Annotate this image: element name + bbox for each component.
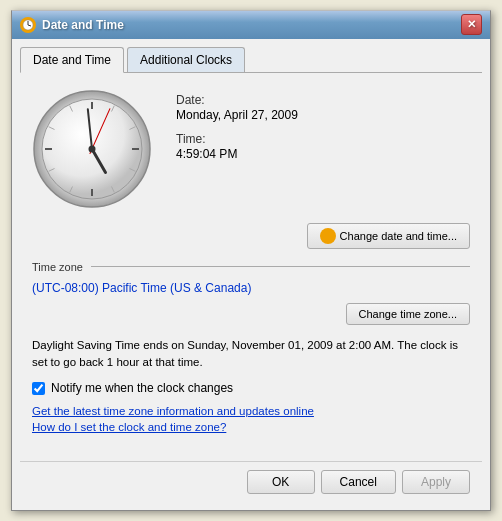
date-label: Date: — [176, 93, 298, 107]
change-timezone-button[interactable]: Change time zone... — [346, 303, 470, 325]
date-value: Monday, April 27, 2009 — [176, 108, 298, 122]
apply-button[interactable]: Apply — [402, 470, 470, 494]
top-section: Date: Monday, April 27, 2009 Time: 4:59:… — [32, 89, 470, 209]
analog-clock — [32, 89, 152, 209]
footer: OK Cancel Apply — [20, 461, 482, 502]
title-bar: Date and Time ✕ — [12, 11, 490, 39]
tab-date-and-time[interactable]: Date and Time — [20, 47, 124, 73]
tab-bar: Date and Time Additional Clocks — [20, 47, 482, 73]
notify-checkbox-label: Notify me when the clock changes — [51, 381, 233, 395]
timezone-section-label: Time zone — [32, 261, 83, 273]
timezone-header: Time zone — [32, 261, 470, 273]
notify-checkbox-row: Notify me when the clock changes — [32, 381, 470, 395]
cancel-button[interactable]: Cancel — [321, 470, 396, 494]
dst-notice: Daylight Saving Time ends on Sunday, Nov… — [32, 337, 470, 372]
links-section: Get the latest time zone information and… — [32, 405, 470, 433]
window-title: Date and Time — [42, 18, 461, 32]
calendar-icon — [320, 228, 336, 244]
change-datetime-section: Change date and time... — [32, 223, 470, 249]
timezone-value: (UTC-08:00) Pacific Time (US & Canada) — [32, 281, 470, 295]
window-content: Date and Time Additional Clocks — [12, 39, 490, 511]
window-icon — [20, 17, 36, 33]
change-timezone-section: Change time zone... — [32, 303, 470, 325]
datetime-info: Date: Monday, April 27, 2009 Time: 4:59:… — [176, 89, 298, 171]
notify-checkbox[interactable] — [32, 382, 45, 395]
ok-button[interactable]: OK — [247, 470, 315, 494]
close-button[interactable]: ✕ — [461, 14, 482, 35]
timezone-section: Time zone (UTC-08:00) Pacific Time (US &… — [32, 261, 470, 325]
change-datetime-label: Change date and time... — [340, 230, 457, 242]
tab-additional-clocks[interactable]: Additional Clocks — [127, 47, 245, 72]
change-timezone-label: Change time zone... — [359, 308, 457, 320]
link-timezone-info[interactable]: Get the latest time zone information and… — [32, 405, 470, 417]
change-datetime-button[interactable]: Change date and time... — [307, 223, 470, 249]
time-label: Time: — [176, 132, 298, 146]
svg-point-20 — [89, 145, 96, 152]
link-how-to[interactable]: How do I set the clock and time zone? — [32, 421, 470, 433]
main-panel: Date: Monday, April 27, 2009 Time: 4:59:… — [20, 83, 482, 462]
main-window: Date and Time ✕ Date and Time Additional… — [11, 10, 491, 512]
time-value: 4:59:04 PM — [176, 147, 298, 161]
